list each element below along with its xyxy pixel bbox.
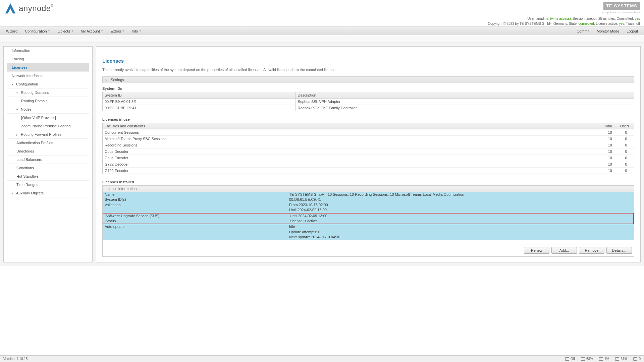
chevron-down-icon: ▽ bbox=[105, 78, 107, 81]
menu-wizard[interactable]: Wizard bbox=[3, 28, 21, 35]
menu-my-account[interactable]: My Account▼ bbox=[77, 28, 107, 35]
sidebar-item[interactable]: Information bbox=[7, 47, 89, 55]
menu-commit[interactable]: Commit bbox=[573, 28, 593, 35]
col-facilities: Facilities and constraints bbox=[103, 123, 602, 129]
license-row: Software Upgrade Service (SUS)Until 2024… bbox=[103, 214, 633, 219]
chevron-down-icon: ▼ bbox=[139, 30, 141, 32]
licenses-in-use-table: Facilities and constraints Total Used Co… bbox=[102, 123, 634, 174]
secondary-bar bbox=[0, 35, 644, 43]
license-row: System ID(s)00:D8:61:BE:C9:41 bbox=[103, 197, 634, 202]
sidebar-item[interactable]: Time Ranges bbox=[7, 181, 89, 189]
system-ids-table: System ID Description 00:FF:B9:A0:01:3ES… bbox=[102, 92, 634, 111]
settings-collapsible[interactable]: ▽ Settings bbox=[102, 76, 634, 83]
sidebar-item[interactable]: Load Balancers bbox=[7, 156, 89, 164]
sidebar-item[interactable]: Nodes bbox=[7, 105, 89, 114]
sidebar-item[interactable]: Routing Domain bbox=[7, 97, 89, 105]
remove-button[interactable]: Remove bbox=[579, 247, 604, 254]
sidebar-item[interactable]: Directories bbox=[7, 147, 89, 156]
license-row: Until 2024-02-09 13:00 bbox=[103, 207, 634, 213]
details-button[interactable]: Details... bbox=[606, 247, 632, 254]
menubar-right: Commit Monitor Mode Logout bbox=[573, 28, 641, 35]
sidebar-item[interactable]: Network Interfaces bbox=[7, 72, 89, 80]
licenses-in-use-heading: Licenses in use bbox=[102, 117, 634, 121]
license-row: Auto updaterIdle bbox=[103, 224, 634, 229]
table-row[interactable]: 00:D8:61:BE:C9:41Realtek PCIe GbE Family… bbox=[103, 105, 634, 111]
sidebar-item[interactable]: Licenses bbox=[7, 63, 89, 72]
table-row[interactable]: G722 Encoder100 bbox=[103, 168, 634, 174]
chevron-down-icon: ▼ bbox=[48, 30, 50, 32]
table-row[interactable]: Microsoft Teams Proxy SBC Sessions100 bbox=[103, 136, 634, 142]
table-row[interactable]: Concurrent Sessions100 bbox=[103, 129, 634, 136]
copyright-line: Copyright © 2023 by TE-SYSTEMS GmbH, Ger… bbox=[488, 21, 640, 26]
license-buttons: Renew Add... Remove Details... bbox=[102, 244, 634, 257]
license-row: StatusLicense is active. bbox=[103, 219, 633, 224]
logo: anynode® bbox=[4, 2, 53, 15]
sidebar-item[interactable]: Configuration bbox=[7, 80, 89, 88]
col-total: Total bbox=[602, 123, 618, 129]
menu-info[interactable]: Info▼ bbox=[128, 28, 145, 35]
menu-configuration[interactable]: Configuration▼ bbox=[21, 28, 53, 35]
menu-objects[interactable]: Objects▼ bbox=[54, 28, 77, 35]
te-systems-tagline: competence in communications bbox=[602, 11, 640, 14]
table-row[interactable]: 00:FF:B9:A0:01:3ESophos SSL VPN Adapter bbox=[103, 99, 634, 105]
renew-button[interactable]: Renew bbox=[524, 247, 549, 254]
license-row: Next update: 2024-01-10 04:30 bbox=[103, 235, 634, 240]
menubar-left: Wizard Configuration▼ Objects▼ My Accoun… bbox=[3, 28, 145, 35]
add-button[interactable]: Add... bbox=[551, 247, 577, 254]
sidebar-item[interactable]: Authentication Profiles bbox=[7, 139, 89, 147]
menu-monitor-mode[interactable]: Monitor Mode bbox=[593, 28, 623, 35]
sidebar-item[interactable]: Routing Domains bbox=[7, 88, 89, 97]
table-row[interactable]: Opus Encoder100 bbox=[103, 155, 634, 161]
sus-status-highlight: Software Upgrade Service (SUS)Until 2024… bbox=[103, 213, 634, 225]
sidebar-item[interactable]: Hot Standbys bbox=[7, 172, 89, 181]
table-row[interactable]: G722 Decoder100 bbox=[103, 161, 634, 168]
menu-extras[interactable]: Extras▼ bbox=[107, 28, 128, 35]
sidebar-item[interactable]: Routing Forward Profiles bbox=[7, 130, 89, 139]
system-ids-heading: System IDs bbox=[102, 86, 634, 90]
sidebar: InformationTracingLicensesNetwork Interf… bbox=[3, 46, 93, 262]
chevron-down-icon: ▼ bbox=[122, 30, 124, 32]
page-description: The currently available capabilities of … bbox=[102, 68, 634, 72]
anynode-logo-icon bbox=[4, 2, 17, 15]
menu-logout[interactable]: Logout bbox=[623, 28, 641, 35]
table-row[interactable]: Opus Decoder100 bbox=[103, 148, 634, 155]
settings-label: Settings bbox=[111, 78, 124, 82]
license-row: ValidationFrom 2023-10-15 02:00 bbox=[103, 202, 634, 207]
sidebar-item[interactable]: [Other VoIP Provider] bbox=[7, 114, 89, 122]
chevron-down-icon: ▼ bbox=[101, 30, 103, 32]
main-panel: Licenses The currently available capabil… bbox=[96, 46, 641, 262]
sidebar-item[interactable]: Auxiliary Objects bbox=[7, 189, 89, 197]
page-title: Licenses bbox=[102, 58, 634, 64]
licenses-installed-heading: Licenses installed bbox=[102, 180, 634, 184]
license-info-header: License information bbox=[103, 186, 634, 192]
sidebar-item[interactable]: Zoom Phone Premise Peering bbox=[7, 122, 89, 130]
col-system-id: System ID bbox=[103, 92, 296, 99]
license-info-panel[interactable]: License information NameTE-SYSTEMS GmbH … bbox=[102, 185, 634, 244]
te-systems-logo: TE-SYSTEMS bbox=[603, 2, 640, 10]
license-row: NameTE-SYSTEMS GmbH - 10 Sessions, 10 Re… bbox=[103, 192, 634, 197]
brand-name: anynode® bbox=[19, 4, 53, 13]
session-info-line: User: anadmin (write access), Session ti… bbox=[527, 16, 640, 21]
sidebar-item[interactable]: Tracing bbox=[7, 55, 89, 63]
chevron-down-icon: ▼ bbox=[71, 30, 73, 32]
col-used: Used bbox=[618, 123, 634, 129]
table-row[interactable]: Recording Sessions100 bbox=[103, 142, 634, 148]
col-description: Description bbox=[296, 92, 634, 99]
license-row: Update attempts: 0 bbox=[103, 230, 634, 235]
sidebar-item[interactable]: Conditions bbox=[7, 164, 89, 172]
